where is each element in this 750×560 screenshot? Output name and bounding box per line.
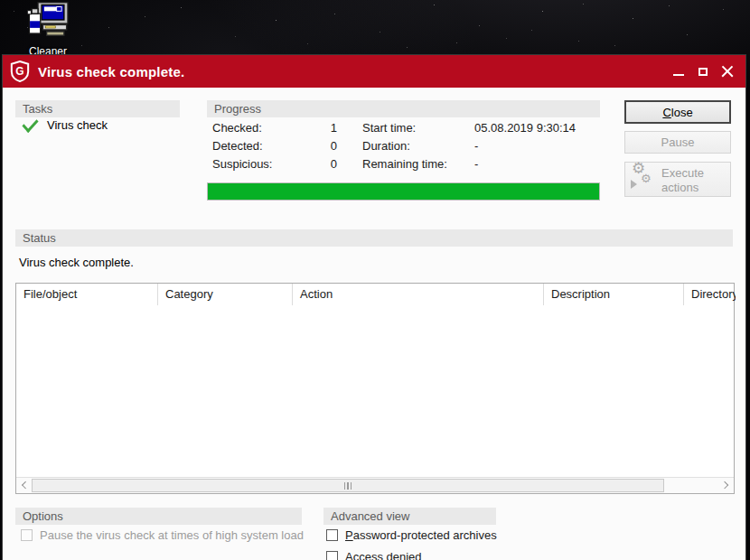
access-denied-checkbox-row[interactable]: Access denied xyxy=(326,550,422,560)
stat-value: 05.08.2019 9:30:14 xyxy=(474,120,576,136)
starfield xyxy=(0,0,1,1)
stat-label: Remaining time: xyxy=(362,156,447,173)
stat-value: - xyxy=(474,156,478,173)
column-header-file-object[interactable]: File/object xyxy=(16,284,158,305)
gdata-shield-icon: G xyxy=(10,61,30,82)
column-header-category[interactable]: Category xyxy=(158,284,293,305)
scroll-left-button[interactable] xyxy=(16,478,32,493)
results-table-body-empty xyxy=(16,305,734,477)
chevron-right-icon xyxy=(721,481,729,490)
stat-label: Start time: xyxy=(362,120,416,136)
stat-label: Duration: xyxy=(362,138,410,154)
scrollbar-thumb[interactable] xyxy=(32,479,664,492)
desktop-icon-cleaner[interactable]: Cleaner xyxy=(18,2,78,58)
checkbox-unchecked-disabled-icon[interactable] xyxy=(21,529,33,541)
stat-value: 1 xyxy=(297,120,337,136)
stat-label: Checked: xyxy=(212,120,262,136)
progress-stats: Checked: 1 Start time: 05.08.2019 9:30:1… xyxy=(207,118,605,176)
advanced-view-section-header: Advanced view xyxy=(323,508,496,525)
scroll-right-button[interactable] xyxy=(718,478,734,493)
horizontal-scrollbar[interactable] xyxy=(16,477,734,493)
column-header-directory[interactable]: Directory xyxy=(684,284,736,305)
password-protected-archives-label: Password-protected archives xyxy=(345,528,497,542)
stat-label: Detected: xyxy=(212,138,263,154)
status-section-header: Status xyxy=(15,229,733,247)
progress-section-header: Progress xyxy=(207,100,600,117)
minimize-icon xyxy=(673,74,684,76)
checkbox-unchecked-icon[interactable] xyxy=(326,529,338,541)
desktop-background: Cleaner G Virus check complete. Tasks Vi… xyxy=(0,0,750,560)
window-title: Virus check complete. xyxy=(38,64,184,79)
execute-actions-button[interactable]: ⚙⚙ Execute actions xyxy=(624,162,731,197)
stat-value: 0 xyxy=(297,156,337,173)
status-message: Virus check complete. xyxy=(19,256,134,269)
stat-row-detected: Detected: 0 Duration: - xyxy=(207,138,605,154)
chevron-left-icon xyxy=(22,481,30,490)
virus-check-window: G Virus check complete. Tasks Virus chec… xyxy=(2,54,746,560)
pause-on-load-checkbox-row[interactable]: Pause the virus check at times of high s… xyxy=(21,528,304,542)
window-titlebar[interactable]: G Virus check complete. xyxy=(3,55,745,88)
results-table: File/object Category Action Description … xyxy=(15,283,735,494)
window-controls xyxy=(671,64,738,79)
task-label: Virus check xyxy=(47,118,108,132)
options-section-header: Options xyxy=(15,508,302,525)
progress-bar-fill xyxy=(208,183,599,200)
tasks-section-header: Tasks xyxy=(15,100,180,117)
svg-text:G: G xyxy=(15,65,23,78)
stat-row-checked: Checked: 1 Start time: 05.08.2019 9:30:1… xyxy=(207,120,605,136)
pause-button[interactable]: Pause xyxy=(624,131,731,154)
stat-label: Suspicious: xyxy=(212,156,272,173)
checkbox-unchecked-icon[interactable] xyxy=(326,551,338,560)
results-table-header: File/object Category Action Description … xyxy=(16,284,734,306)
close-button[interactable]: Close xyxy=(624,100,731,124)
stat-row-suspicious: Suspicious: 0 Remaining time: - xyxy=(207,156,605,173)
column-header-action[interactable]: Action xyxy=(293,284,544,305)
cleaner-app-icon xyxy=(25,2,70,44)
maximize-icon xyxy=(698,68,708,76)
task-item-virus-check[interactable]: Virus check xyxy=(21,118,108,132)
minimize-button[interactable] xyxy=(671,64,686,79)
access-denied-label: Access denied xyxy=(345,550,422,560)
progress-bar xyxy=(207,182,600,201)
pause-on-load-label: Pause the virus check at times of high s… xyxy=(40,528,304,542)
close-icon xyxy=(721,65,734,78)
gears-icon: ⚙⚙ xyxy=(630,163,659,196)
column-header-description[interactable]: Description xyxy=(544,284,684,305)
stat-value: - xyxy=(474,138,478,154)
stat-value: 0 xyxy=(297,138,337,154)
close-window-button[interactable] xyxy=(720,64,735,79)
password-protected-archives-checkbox-row[interactable]: Password-protected archives xyxy=(326,528,497,542)
maximize-button[interactable] xyxy=(696,64,710,79)
